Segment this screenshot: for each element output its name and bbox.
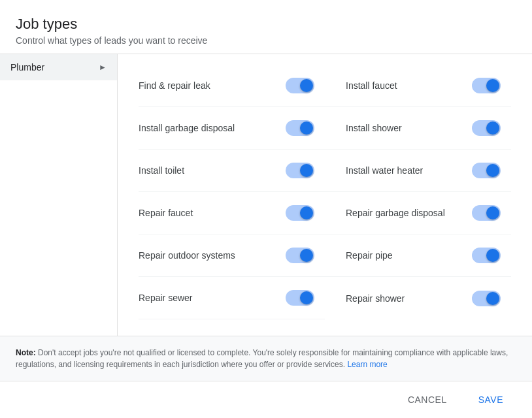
toggle-install-toilet[interactable] bbox=[286, 163, 314, 178]
learn-more-link[interactable]: Learn more bbox=[347, 360, 387, 369]
job-label: Repair faucet bbox=[139, 208, 193, 218]
note-text: Don't accept jobs you're not qualified o… bbox=[16, 348, 508, 369]
toggle-repair-pipe[interactable] bbox=[472, 248, 501, 263]
job-row: Repair garbage disposal bbox=[325, 192, 511, 234]
page-title: Job types bbox=[16, 16, 516, 33]
job-row: Find & repair leak bbox=[139, 65, 325, 107]
job-row: Install water heater bbox=[325, 150, 511, 192]
toggle-repair-outdoor-systems[interactable] bbox=[286, 248, 314, 263]
sidebar-item-plumber[interactable]: Plumber ► bbox=[0, 54, 117, 80]
job-row: Install faucet bbox=[325, 65, 511, 107]
job-label: Repair shower bbox=[346, 293, 405, 304]
sidebar-item-label: Plumber bbox=[10, 62, 44, 72]
job-row: Install toilet bbox=[139, 150, 325, 192]
toggle-install-faucet[interactable] bbox=[472, 78, 501, 93]
toggle-install-shower[interactable] bbox=[472, 120, 501, 136]
job-label: Install faucet bbox=[346, 80, 397, 91]
job-row: Repair outdoor systems bbox=[139, 234, 325, 277]
job-label: Install garbage disposal bbox=[139, 123, 235, 133]
footer-note: Note: Don't accept jobs you're not quali… bbox=[0, 336, 532, 381]
page-subtitle: Control what types of leads you want to … bbox=[16, 35, 516, 46]
job-label: Install toilet bbox=[139, 165, 184, 176]
toggle-repair-garbage-disposal[interactable] bbox=[472, 205, 501, 221]
save-button[interactable]: SAVE bbox=[465, 389, 516, 410]
job-row: Repair shower bbox=[325, 277, 511, 319]
toggle-install-water-heater[interactable] bbox=[472, 163, 501, 178]
job-label: Install shower bbox=[346, 123, 402, 133]
chevron-right-icon: ► bbox=[99, 63, 107, 72]
content-area: Plumber ► Find & repair leak Install fau… bbox=[0, 54, 532, 336]
sidebar: Plumber ► bbox=[0, 54, 118, 336]
job-label: Repair garbage disposal bbox=[346, 208, 445, 218]
job-label: Repair sewer bbox=[139, 293, 192, 303]
toggle-find-repair-leak[interactable] bbox=[286, 78, 314, 93]
job-label: Find & repair leak bbox=[139, 80, 210, 91]
job-grid: Find & repair leak Install faucet bbox=[139, 65, 511, 319]
toggle-repair-sewer[interactable] bbox=[286, 290, 314, 306]
page-header: Job types Control what types of leads yo… bbox=[0, 0, 532, 54]
main-content: Find & repair leak Install faucet bbox=[118, 54, 532, 336]
job-row: Install garbage disposal bbox=[139, 107, 325, 150]
cancel-button[interactable]: CANCEL bbox=[395, 389, 460, 410]
toggle-repair-faucet[interactable] bbox=[286, 205, 314, 221]
job-row: Repair sewer bbox=[139, 277, 325, 319]
toggle-install-garbage-disposal[interactable] bbox=[286, 120, 314, 136]
job-row: Repair faucet bbox=[139, 192, 325, 234]
job-label: Install water heater bbox=[346, 165, 423, 176]
job-label: Repair pipe bbox=[346, 250, 393, 261]
job-label: Repair outdoor systems bbox=[139, 250, 235, 261]
toggle-repair-shower[interactable] bbox=[472, 291, 501, 306]
note-bold-label: Note: bbox=[16, 348, 36, 357]
job-row: Install shower bbox=[325, 107, 511, 150]
footer-actions: CANCEL SAVE bbox=[0, 381, 532, 418]
job-row: Repair pipe bbox=[325, 234, 511, 277]
